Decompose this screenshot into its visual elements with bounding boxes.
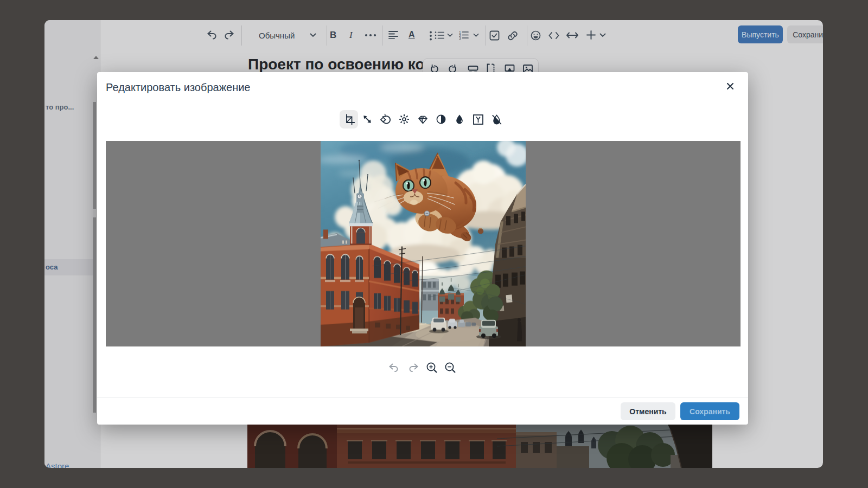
svg-text:3: 3 [459,36,461,40]
